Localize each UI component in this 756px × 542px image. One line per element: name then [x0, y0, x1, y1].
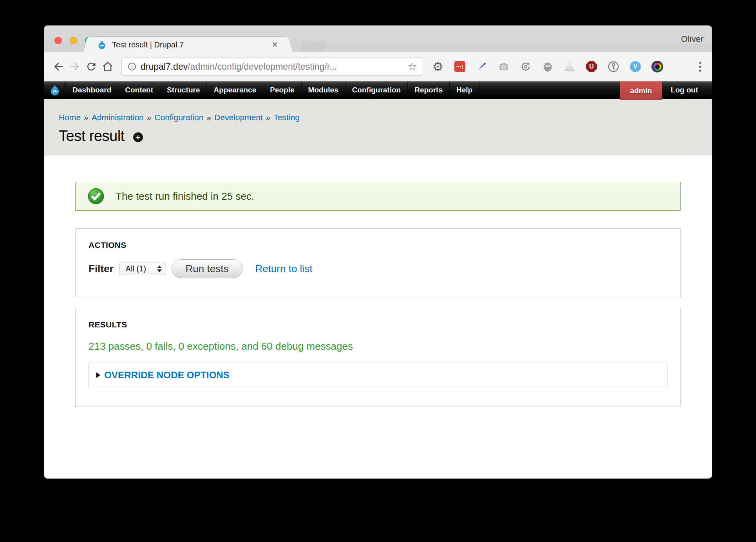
url-path: /admin/config/development/testing/r...: [188, 61, 337, 72]
extension-camera-button[interactable]: [496, 58, 512, 76]
breadcrumb-separator: »: [84, 113, 89, 122]
breadcrumb-configuration[interactable]: Configuration: [154, 113, 203, 122]
breadcrumb-separator: »: [266, 113, 271, 122]
spiky-gear-icon: [542, 61, 553, 72]
new-tab-button[interactable]: [301, 41, 326, 51]
tab-close-icon[interactable]: ✕: [271, 40, 278, 49]
extension-session-sync-button[interactable]: [518, 58, 534, 76]
forward-button[interactable]: [67, 58, 83, 75]
breadcrumb-administration[interactable]: Administration: [92, 113, 144, 122]
toolbar-item-help[interactable]: Help: [450, 81, 479, 99]
extension-drive-button[interactable]: [562, 58, 577, 76]
results-fieldset: RESULTS 213 passes, 0 fails, 0 exception…: [75, 308, 681, 407]
override-node-options-fieldset[interactable]: OVERRIDE NODE OPTIONS: [89, 363, 667, 387]
collapsed-triangle-icon: [96, 372, 100, 378]
actions-legend: ACTIONS: [89, 240, 667, 250]
override-node-options-link[interactable]: OVERRIDE NODE OPTIONS: [104, 370, 230, 381]
breadcrumb-home[interactable]: Home: [59, 113, 81, 122]
status-message-box: The test run finished in 25 sec.: [75, 182, 681, 211]
back-button[interactable]: [50, 58, 67, 75]
ublock-octagon-icon: U: [586, 61, 597, 72]
gear-icon: ⚙: [432, 60, 443, 74]
drupal-drop-icon: [49, 85, 60, 96]
v-circle-icon: V: [630, 61, 641, 72]
breadcrumb: Home»Administration»Configuration»Develo…: [59, 113, 712, 122]
toolbar-item-reports[interactable]: Reports: [408, 81, 450, 99]
drupal-favicon-icon: [97, 40, 107, 49]
add-shortcut-icon[interactable]: +: [133, 132, 143, 142]
home-button[interactable]: [99, 58, 116, 75]
browser-window: Test result | Drupal 7 ✕ Oliver: [44, 25, 712, 479]
browser-toolbar: drupal7.dev/admin/config/development/tes…: [44, 52, 712, 81]
results-legend: RESULTS: [89, 320, 667, 329]
toolbar-item-appearance[interactable]: Appearance: [207, 81, 263, 99]
status-message-text: The test run finished in 25 sec.: [116, 190, 254, 202]
breadcrumb-separator: »: [147, 113, 152, 122]
toolbar-logout[interactable]: Log out: [662, 81, 707, 99]
actions-fieldset: ACTIONS Filter All (1) Run tests Return …: [75, 228, 681, 297]
forward-arrow-icon: [69, 60, 81, 73]
extension-eyedropper-button[interactable]: [474, 58, 490, 76]
key-circle-icon: [608, 61, 619, 72]
password-manager-icon: •••|: [454, 61, 465, 72]
home-icon: [101, 60, 114, 73]
browser-tab[interactable]: Test result | Drupal 7 ✕: [90, 36, 286, 52]
browser-profile-name[interactable]: Oliver: [681, 34, 704, 44]
select-stepper-icon: [157, 266, 162, 272]
toolbar-item-content[interactable]: Content: [118, 81, 160, 99]
url-host: drupal7.dev: [141, 61, 188, 72]
extension-v-app-button[interactable]: V: [628, 58, 643, 76]
drive-triangle-icon: [564, 61, 575, 72]
filter-label: Filter: [89, 263, 114, 275]
filter-select-value: All (1): [126, 264, 157, 273]
toolbar-item-people[interactable]: People: [263, 81, 301, 99]
bookmark-star-icon[interactable]: ☆: [408, 61, 417, 72]
extension-password-manager-button[interactable]: •••|: [452, 58, 468, 76]
run-tests-button[interactable]: Run tests: [172, 259, 243, 278]
breadcrumb-separator: »: [206, 113, 211, 122]
minimize-window-button[interactable]: [70, 37, 77, 44]
drupal-admin-toolbar: Dashboard Content Structure Appearance P…: [44, 81, 712, 99]
site-info-icon[interactable]: [127, 62, 137, 71]
tab-title: Test result | Drupal 7: [112, 40, 184, 49]
extension-ublock-button[interactable]: U: [584, 58, 599, 76]
filter-select[interactable]: All (1): [119, 262, 166, 275]
toolbar-item-configuration[interactable]: Configuration: [345, 81, 408, 99]
toolbar-item-dashboard[interactable]: Dashboard: [66, 81, 118, 99]
success-check-icon: [88, 188, 104, 204]
extension-userscript-button[interactable]: [540, 58, 555, 76]
back-arrow-icon: [52, 60, 65, 73]
extensions-bar: ⚙ •••|: [430, 58, 671, 76]
reload-button[interactable]: [83, 58, 99, 75]
page-header: Home»Administration»Configuration»Develo…: [44, 99, 712, 155]
camera-lens-icon: [651, 61, 663, 72]
drupal-logo[interactable]: [44, 81, 66, 99]
page-title: Test result: [59, 128, 125, 145]
eyedropper-icon: [476, 61, 487, 72]
extension-gear-button[interactable]: ⚙: [430, 58, 446, 76]
breadcrumb-testing[interactable]: Testing: [274, 113, 300, 122]
page-content: The test run finished in 25 sec. ACTIONS…: [44, 182, 712, 479]
reload-icon: [85, 61, 97, 72]
close-window-button[interactable]: [54, 37, 62, 44]
extension-key-button[interactable]: [606, 58, 621, 76]
toolbar-user-admin[interactable]: admin: [620, 81, 662, 100]
address-bar[interactable]: drupal7.dev/admin/config/development/tes…: [121, 58, 423, 76]
toolbar-item-structure[interactable]: Structure: [160, 81, 207, 99]
browser-menu-button[interactable]: [694, 58, 706, 76]
toolbar-item-modules[interactable]: Modules: [302, 81, 345, 99]
camera-icon: [498, 61, 509, 72]
sync-arrows-icon: [520, 61, 532, 72]
return-to-list-link[interactable]: Return to list: [255, 263, 312, 275]
extension-lens-button[interactable]: [649, 58, 665, 76]
breadcrumb-development[interactable]: Development: [214, 113, 263, 122]
titlebar: Test result | Drupal 7 ✕ Oliver: [44, 25, 712, 52]
results-summary: 213 passes, 0 fails, 0 exceptions, and 6…: [89, 340, 667, 352]
